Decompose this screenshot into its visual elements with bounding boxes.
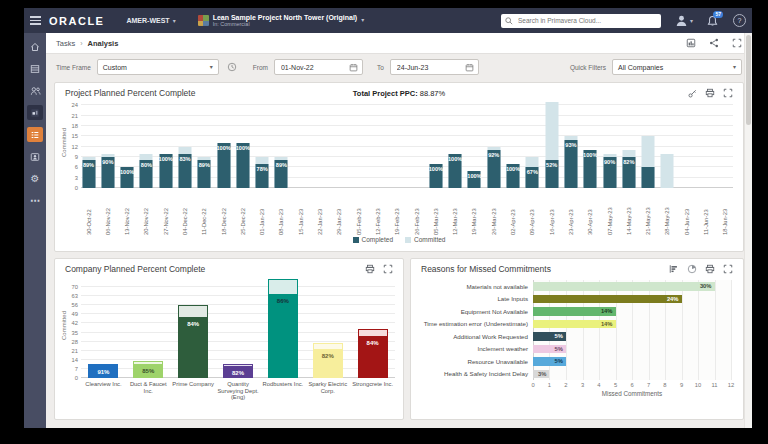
fullscreen-button[interactable]: [732, 38, 742, 48]
bar-group[interactable]: 85%Duct & Faucet Inc.: [126, 278, 171, 405]
bar-group[interactable]: 04-Jun-23: [679, 102, 694, 235]
bar-group[interactable]: 11-Jun-23: [699, 102, 714, 235]
user-menu[interactable]: ▾: [675, 14, 693, 27]
bar-group[interactable]: 82%Quantity Surveying Dept. (Eng): [216, 278, 261, 405]
bar-group[interactable]: 84%Strongcrete Inc.: [350, 278, 395, 405]
vertical-scrollbar[interactable]: [744, 33, 752, 428]
fullscreen-button[interactable]: [383, 264, 393, 274]
help-button[interactable]: ?: [733, 14, 746, 27]
bar-group[interactable]: 100%25-Dec-22: [235, 102, 250, 235]
fullscreen-button[interactable]: [723, 88, 733, 98]
bar-group[interactable]: 90%06-Nov-22: [100, 102, 115, 235]
to-date-input[interactable]: [395, 63, 461, 72]
bar-view-button[interactable]: [669, 264, 679, 274]
bar-group[interactable]: 100%30-Apr-23: [583, 102, 598, 235]
bar-group[interactable]: 78%01-Jan-23: [255, 102, 270, 235]
workspace-selector[interactable]: AMER-WEST ▾: [126, 17, 175, 24]
search-input[interactable]: [516, 16, 657, 25]
bar-chart-icon: [669, 264, 679, 274]
bar-group[interactable]: 82%Sparky Electric Corp.: [305, 278, 350, 405]
chart-title: Project Planned Percent Complete: [65, 88, 195, 98]
bar-group[interactable]: 89%30-Oct-22: [81, 102, 96, 235]
bar-group[interactable]: 93%23-Apr-23: [563, 102, 578, 235]
calendar-icon[interactable]: [349, 63, 358, 72]
bar-group[interactable]: 91%Clearview Inc.: [81, 278, 126, 405]
print-button[interactable]: [365, 264, 375, 274]
breadcrumb-tasks-link[interactable]: Tasks: [56, 39, 75, 48]
bar-group[interactable]: 15-Jan-23: [293, 102, 308, 235]
share-button[interactable]: [709, 38, 719, 48]
bar-group[interactable]: 29-Jan-23: [332, 102, 347, 235]
project-selector[interactable]: Lean Sample Project North Tower (Origina…: [198, 14, 365, 28]
sidebar-item-home[interactable]: [27, 39, 43, 54]
bar-group[interactable]: 28-May-23: [660, 102, 675, 235]
bar-row[interactable]: 30%: [533, 280, 731, 293]
sidebar-item-more[interactable]: ⋯: [27, 193, 43, 208]
sidebar-item-team[interactable]: [27, 83, 43, 98]
global-search[interactable]: [501, 14, 661, 28]
bar-group[interactable]: 83%04-Dec-22: [177, 102, 192, 235]
bar-group[interactable]: 19-Feb-23: [390, 102, 405, 235]
gridline: [731, 280, 732, 380]
bar-group[interactable]: 100%05-Mar-23: [428, 102, 443, 235]
history-button[interactable]: [227, 62, 237, 72]
bar-group[interactable]: 90%07-May-23: [602, 102, 617, 235]
bar-row[interactable]: 3%: [533, 368, 731, 381]
bar-group[interactable]: 100%12-Mar-23: [448, 102, 463, 235]
bar-group[interactable]: 100%18-Dec-22: [216, 102, 231, 235]
notifications-button[interactable]: 57: [707, 15, 718, 27]
bar-group[interactable]: 82%14-May-23: [621, 102, 636, 235]
bar-group[interactable]: 05-Feb-23: [351, 102, 366, 235]
time-frame-select[interactable]: Custom ▾: [97, 59, 219, 75]
time-frame-label: Time Frame: [56, 64, 91, 71]
bar-group[interactable]: 80%20-Nov-22: [139, 102, 154, 235]
bar-group[interactable]: 26-Feb-23: [409, 102, 424, 235]
calendar-icon[interactable]: [465, 63, 474, 72]
bar-group[interactable]: 100%13-Nov-22: [120, 102, 135, 235]
print-button[interactable]: [705, 264, 715, 274]
bar-group[interactable]: 84%Prime Company: [171, 278, 216, 405]
bar-wrap: [390, 102, 405, 188]
main-menu-icon[interactable]: [30, 16, 41, 25]
bar-row[interactable]: 24%: [533, 293, 731, 306]
sidebar-item-settings[interactable]: ⚙: [27, 171, 43, 186]
sidebar-item-dashboards[interactable]: [27, 105, 43, 120]
bar-wrap: [409, 102, 424, 188]
sidebar-item-resources[interactable]: [27, 149, 43, 164]
from-date-input[interactable]: [279, 63, 345, 72]
bar-group[interactable]: 100%02-Apr-23: [506, 102, 521, 235]
bar-group[interactable]: 89%08-Jan-23: [274, 102, 289, 235]
quick-filters-select[interactable]: All Companies ▾: [612, 59, 742, 75]
sidebar-item-tasks-active[interactable]: [27, 127, 43, 142]
fullscreen-button[interactable]: [723, 264, 733, 274]
bar-group[interactable]: 22-Jan-23: [313, 102, 328, 235]
bar-group[interactable]: 12-Feb-23: [370, 102, 385, 235]
bar-row[interactable]: 5%: [533, 355, 731, 368]
sidebar-item-portfolio[interactable]: [27, 61, 43, 76]
report-view-button[interactable]: [686, 38, 696, 48]
bar-percent-label: 100%: [120, 169, 135, 175]
bar-wrap: 67%: [525, 102, 540, 188]
bar-group[interactable]: 18-Jun-23: [718, 102, 733, 235]
x-axis-tick-label: 20-Nov-22: [143, 191, 149, 235]
bar-group[interactable]: 86%Rodbusters Inc.: [260, 278, 305, 405]
print-button[interactable]: [705, 88, 715, 98]
bar-row[interactable]: 5%: [533, 330, 731, 343]
settings-key-button[interactable]: [688, 89, 697, 98]
y-tick: 56: [72, 302, 78, 308]
bar-group[interactable]: 100%19-Mar-23: [467, 102, 482, 235]
bar-row[interactable]: 14%: [533, 305, 731, 318]
bar-group[interactable]: 92%26-Mar-23: [486, 102, 501, 235]
bar-group[interactable]: 89%11-Dec-22: [197, 102, 212, 235]
avatar-icon: [675, 14, 688, 27]
bar-group[interactable]: 52%16-Apr-23: [544, 102, 559, 235]
bar-row[interactable]: 5%: [533, 343, 731, 356]
bar-row[interactable]: 14%: [533, 318, 731, 331]
scrollbar-thumb[interactable]: [746, 35, 751, 125]
bar-percent-label: 83%: [177, 156, 192, 162]
bar-group[interactable]: 21-May-23: [641, 102, 656, 235]
x-tick: 10: [695, 382, 701, 388]
bar-group[interactable]: 67%09-Apr-23: [525, 102, 540, 235]
bar-group[interactable]: 100%27-Nov-22: [158, 102, 173, 235]
pie-view-button[interactable]: [687, 264, 697, 274]
